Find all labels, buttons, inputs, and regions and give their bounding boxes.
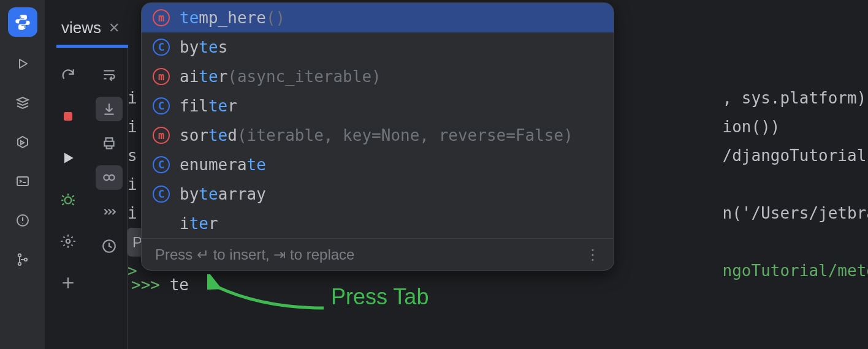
completion-footer: Press ↵ to insert, ⇥ to replace ⋮ [142,238,614,270]
class-icon: C [153,39,170,56]
close-icon[interactable]: ✕ [108,20,120,36]
soft-wrap-icon[interactable] [97,62,121,87]
typed-text: te [170,276,189,294]
run-icon[interactable] [10,51,35,76]
run-tool-column [45,48,91,349]
history-icon[interactable] [97,234,121,258]
completion-item[interactable]: C enumerate [142,150,614,179]
print-icon[interactable] [97,131,121,156]
method-icon: m [153,68,170,85]
new-session-icon[interactable] [56,271,80,295]
blank-icon [153,215,170,232]
services-icon[interactable] [10,91,35,115]
completion-item[interactable]: m sorted(iterable, key=None, reverse=Fal… [142,121,614,150]
svg-rect-5 [64,113,72,121]
class-icon: C [153,186,170,203]
svg-point-2 [18,254,20,257]
svg-point-9 [109,175,115,181]
left-tool-rail [0,0,45,349]
annotation-label: Press Tab [331,284,428,310]
terminal-icon[interactable] [10,169,35,193]
problems-icon[interactable] [10,208,35,233]
svg-point-4 [24,258,26,261]
console-input-line[interactable]: >>> te [131,276,189,294]
class-icon: C [153,156,170,173]
show-vars-icon[interactable] [96,165,123,190]
completion-item[interactable]: iter [142,209,614,238]
completion-item[interactable]: C bytes [142,32,614,62]
method-icon: m [153,9,170,26]
prompt-chevrons: >>> [131,276,170,294]
completion-item[interactable]: C filter [142,91,614,121]
more-icon[interactable]: ⋮ [585,246,600,263]
scroll-to-end-icon[interactable] [96,97,123,121]
python-packages-icon[interactable] [10,130,35,154]
chevrons-icon[interactable] [97,200,121,224]
resume-icon[interactable] [56,146,80,170]
method-icon: m [153,127,170,144]
tab-views[interactable]: views ✕ [56,11,128,48]
svg-point-8 [104,175,109,181]
stop-icon[interactable] [56,104,80,129]
svg-point-6 [65,197,72,204]
editor-tabs: views ✕ [45,0,128,48]
class-icon: C [153,97,170,114]
vcs-icon[interactable] [10,247,35,272]
code-completion-popup: m temp_here() C bytes m aiter(async_iter… [141,2,614,271]
python-console-icon[interactable] [8,7,37,37]
completion-item[interactable]: m aiter(async_iterable) [142,62,614,91]
tab-label: views [61,18,101,37]
rerun-icon[interactable] [56,62,80,87]
settings-icon[interactable] [56,229,80,253]
debug-icon[interactable] [56,187,80,212]
svg-point-3 [18,263,20,265]
console-actions-column [91,48,128,349]
svg-point-7 [66,239,70,244]
completion-item[interactable]: m temp_here() [142,3,614,32]
completion-item[interactable]: C bytearray [142,179,614,209]
svg-rect-0 [17,177,28,186]
completion-hint: Press ↵ to insert, ⇥ to replace [155,246,354,263]
